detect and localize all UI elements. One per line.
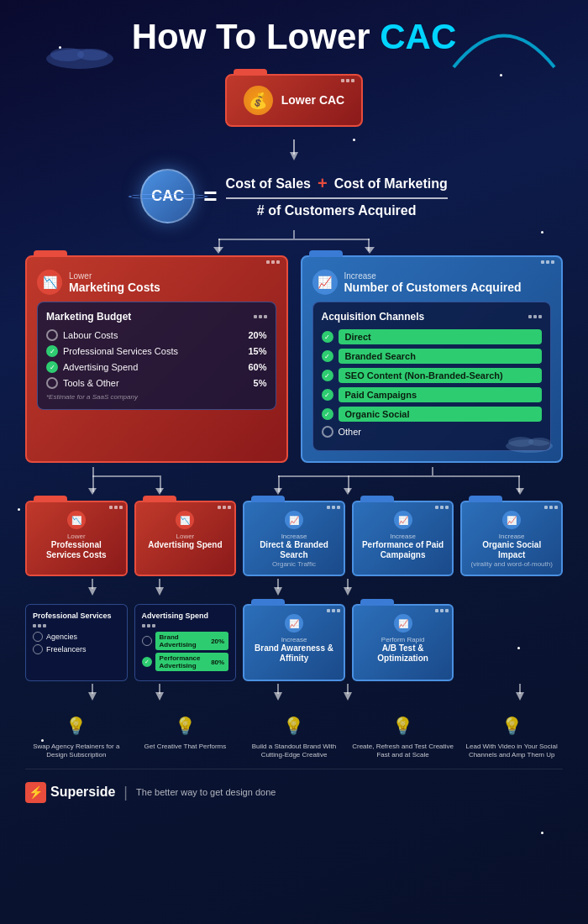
svg-marker-10: [88, 488, 97, 495]
lower-cac-section: 💰 Lower CAC: [25, 74, 563, 127]
lower-cac-label: Lower CAC: [281, 93, 344, 108]
increase-customers-title: Number of Customers Acquired: [344, 281, 522, 294]
svg-marker-30: [344, 692, 352, 701]
folder5-title: Organic Social Impact: [469, 540, 554, 560]
svg-point-2: [77, 49, 108, 60]
action-text-2: Get Creative That Performs: [134, 743, 237, 751]
agencies-label: Agencies: [46, 633, 77, 641]
action-item-1: 💡 Swap Agency Retainers for a Design Sub…: [25, 713, 128, 760]
estimate-note: *Estimate for a SaaS company: [46, 393, 267, 401]
check-icon: ✓: [46, 345, 58, 357]
folder1-title: Professional Services Costs: [34, 540, 119, 560]
plus-sign: +: [318, 174, 328, 193]
check-direct: ✓: [322, 331, 333, 343]
svg-marker-24: [88, 692, 97, 701]
prof-services-sub-title: Professional Services: [33, 612, 120, 620]
action-item-2: 💡 Get Creative That Performs: [134, 713, 237, 760]
branch-connector: [25, 230, 563, 251]
acq-item-seo: ✓ SEO Content (Non-Branded-Search): [322, 368, 543, 383]
footer-tagline: The better way to get design done: [136, 787, 276, 797]
direct-label: Direct: [339, 329, 543, 344]
acq-item-paid: ✓ Paid Campaigns: [322, 387, 543, 402]
check-icon-2: ✓: [46, 361, 58, 373]
formula-fraction: Cost of Sales + Cost of Marketing # of C…: [226, 174, 448, 218]
folder2-title: Advertising Spend: [143, 540, 228, 550]
performance-advertising-label: Performance Advertising80%: [155, 653, 229, 671]
logo-icon: ⚡: [25, 782, 46, 803]
organic-social-label: Organic Social: [339, 407, 543, 422]
increase-paid-folder: 📈 Increase Performance of Paid Campaigns: [352, 501, 454, 576]
cost-of-sales: Cost of Sales: [226, 176, 311, 192]
logo-text: Superside: [50, 785, 115, 800]
check-branded: ✓: [322, 350, 333, 362]
lower-marketing-subtitle: Lower: [69, 271, 160, 281]
trend-up-icon-2: 📈: [394, 511, 412, 529]
action-text-5: Lead With Video in Your Social Channels …: [460, 743, 563, 760]
bulb-icon-1: 💡: [64, 713, 89, 738]
ab-test-folder: 📈 Perform Rapid A/B Test & Optimization: [352, 604, 454, 681]
action-item-5: 💡 Lead With Video in Your Social Channel…: [460, 713, 563, 760]
svg-marker-12: [274, 488, 282, 495]
empty-spacer: [460, 604, 563, 681]
svg-marker-20: [274, 587, 282, 596]
folder4-title: Performance of Paid Campaigns: [360, 540, 446, 560]
bulb-icon-5: 💡: [499, 713, 524, 738]
prof-services-pct: 15%: [248, 346, 266, 356]
paid-campaigns-label: Paid Campaigns: [339, 387, 543, 402]
svg-marker-4: [290, 152, 298, 160]
tools-label: Tools & Other: [63, 378, 249, 388]
action-item-4: 💡 Create, Refresh and Test Creative Fast…: [352, 713, 454, 760]
bulb-icon-4: 💡: [391, 713, 416, 738]
svg-marker-26: [155, 692, 164, 701]
brand-awareness-folder: 📈 Increase Brand Awareness & Affinity: [243, 604, 345, 681]
brand-awareness-subtitle: Increase: [251, 636, 337, 643]
performance-advertising-item: ✓ Performance Advertising80%: [142, 653, 229, 671]
folder4-subtitle: Increase: [360, 533, 446, 540]
ad-spend-label: Advertising Spend: [63, 362, 243, 372]
folder5-subtitle: Increase: [469, 533, 554, 540]
trend-up-icon: 📈: [312, 270, 338, 295]
cost-of-marketing: Cost of Marketing: [334, 176, 448, 192]
lower-ad-spend-folder: 📉 Lower Advertising Spend: [134, 501, 237, 576]
coin-icon: 💰: [244, 86, 273, 115]
lower-prof-services-folder: 📉 Lower Professional Services Costs: [25, 501, 128, 576]
perf-check: ✓: [142, 657, 152, 667]
acq-channels-title: Acquisition Channels: [322, 311, 425, 323]
bottom-folders-row: 📉 Lower Professional Services Costs 📉 Lo…: [25, 501, 563, 576]
freelancers-item: Freelancers: [33, 644, 120, 654]
cac-planet: CAC: [140, 169, 195, 223]
ab-test-subtitle: Perform Rapid: [360, 636, 446, 643]
svg-marker-18: [155, 587, 164, 596]
check-social: ✓: [322, 408, 333, 420]
action-item-3: 💡 Build a Standout Brand With Cutting-Ed…: [243, 713, 345, 760]
lower-marketing-folder: 📉 Lower Marketing Costs Marketing Budget…: [25, 255, 288, 463]
check-seo: ✓: [322, 370, 333, 381]
connector-arrow-1: [25, 139, 563, 160]
tools-pct: 5%: [254, 378, 267, 388]
brand-advertising-label: Brand Advertising20%: [155, 632, 229, 650]
footer: ⚡ Superside | The better way to get desi…: [25, 769, 563, 803]
budget-item-advertising: ✓ Advertising Spend 60%: [46, 361, 267, 373]
main-two-col: 📉 Lower Marketing Costs Marketing Budget…: [25, 255, 563, 463]
freelancers-label: Freelancers: [46, 645, 87, 654]
acq-item-direct: ✓ Direct: [322, 329, 543, 344]
acq-item-social: ✓ Organic Social: [322, 407, 543, 422]
svg-marker-14: [516, 488, 524, 495]
seo-label: SEO Content (Non-Branded-Search): [339, 368, 543, 383]
bulb-icon-2: 💡: [172, 713, 197, 738]
svg-marker-5: [213, 247, 223, 254]
brand-awareness-title: Brand Awareness & Affinity: [251, 643, 337, 664]
folder3-title: Direct & Branded Search: [251, 540, 337, 560]
marketing-budget-card: Marketing Budget Labour Costs 20% ✓ Prof…: [37, 302, 276, 410]
folder3-subtitle: Increase: [251, 533, 337, 540]
folder1-subtitle: Lower: [34, 533, 119, 540]
ab-test-title: A/B Test & Optimization: [360, 643, 446, 664]
folder3-sub: Organic Traffic: [251, 560, 337, 568]
bulb-icon-3: 💡: [281, 713, 307, 738]
ad-spend-pct: 60%: [248, 362, 266, 372]
page-title: How To Lower CAC: [25, 17, 563, 57]
trend-up-icon-5: 📈: [394, 614, 412, 633]
footer-divider: |: [123, 784, 128, 801]
ad-spend-sub-title: Advertising Spend: [142, 612, 229, 620]
svg-marker-11: [155, 488, 164, 495]
